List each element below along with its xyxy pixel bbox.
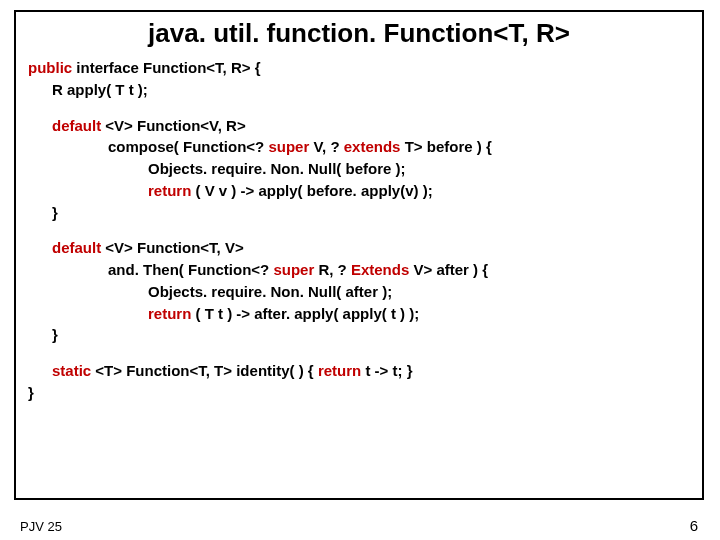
keyword-public: public	[28, 59, 72, 76]
keyword-return: return	[148, 182, 191, 199]
text: and. Then( Function<?	[108, 261, 273, 278]
text: V, ?	[309, 138, 343, 155]
code-line: return ( T t ) -> after. apply( apply( t…	[28, 303, 702, 325]
text: R, ?	[314, 261, 351, 278]
text: t -> t; }	[361, 362, 412, 379]
keyword-extends: Extends	[351, 261, 409, 278]
blank-line	[28, 101, 702, 115]
code-line: and. Then( Function<? super R, ? Extends…	[28, 259, 702, 281]
code-line: }	[28, 202, 702, 224]
text: <V> Function<T, V>	[101, 239, 244, 256]
keyword-return: return	[318, 362, 361, 379]
text: V> after ) {	[409, 261, 488, 278]
text: ( V v ) -> apply( before. apply(v) );	[191, 182, 432, 199]
slide-frame: java. util. function. Function<T, R> pub…	[14, 10, 704, 500]
text: interface Function<T, R> {	[72, 59, 260, 76]
keyword-static: static	[52, 362, 91, 379]
keyword-super: super	[273, 261, 314, 278]
code-block: public interface Function<T, R> { R appl…	[16, 57, 702, 404]
keyword-default: default	[52, 239, 101, 256]
text: ( T t ) -> after. apply( apply( t ) );	[191, 305, 419, 322]
keyword-super: super	[268, 138, 309, 155]
code-line: compose( Function<? super V, ? extends T…	[28, 136, 702, 158]
code-line: return ( V v ) -> apply( before. apply(v…	[28, 180, 702, 202]
keyword-extends: extends	[344, 138, 401, 155]
keyword-return: return	[148, 305, 191, 322]
code-line: R apply( T t );	[28, 79, 702, 101]
blank-line	[28, 223, 702, 237]
text: T> before ) {	[400, 138, 491, 155]
footer-left: PJV 25	[20, 519, 62, 534]
text: <V> Function<V, R>	[101, 117, 246, 134]
code-line: Objects. require. Non. Null( after );	[28, 281, 702, 303]
code-line: default <V> Function<V, R>	[28, 115, 702, 137]
text: <T> Function<T, T> identity( ) {	[91, 362, 318, 379]
code-line: static <T> Function<T, T> identity( ) { …	[28, 360, 702, 382]
code-line: }	[28, 324, 702, 346]
page-number: 6	[690, 517, 698, 534]
code-line: default <V> Function<T, V>	[28, 237, 702, 259]
blank-line	[28, 346, 702, 360]
keyword-default: default	[52, 117, 101, 134]
text: compose( Function<?	[108, 138, 268, 155]
slide-title: java. util. function. Function<T, R>	[16, 18, 702, 49]
code-line: public interface Function<T, R> {	[28, 57, 702, 79]
code-line: Objects. require. Non. Null( before );	[28, 158, 702, 180]
code-line: }	[28, 382, 702, 404]
